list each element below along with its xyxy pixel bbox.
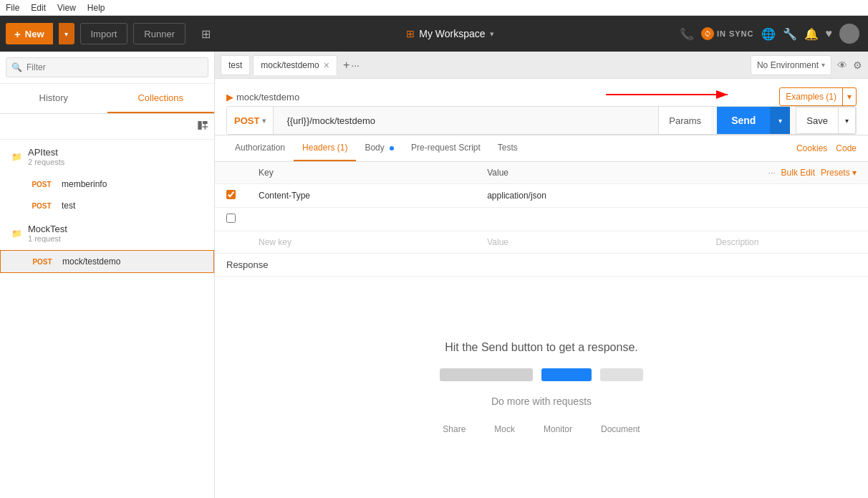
row1-key-cell[interactable]: Content-Type [247, 184, 476, 208]
empty-checkbox[interactable] [226, 214, 236, 223]
code-link[interactable]: Code [836, 143, 857, 153]
empty-key-cell [247, 208, 476, 231]
tab-history[interactable]: History [0, 84, 107, 113]
examples-dropdown-button[interactable]: ▾ [842, 88, 856, 105]
new-button[interactable]: + New [6, 23, 53, 44]
send-dropdown-button[interactable]: ▾ [770, 107, 790, 134]
cookies-link[interactable]: Cookies [796, 143, 827, 153]
environment-selector[interactable]: No Environment ▾ [751, 55, 831, 75]
svg-rect-0 [198, 121, 201, 130]
menu-edit[interactable]: Edit [31, 3, 46, 13]
illustration-bar-blue [541, 368, 592, 381]
heart-icon[interactable]: ♥ [826, 27, 833, 40]
illustration-bar-gray [440, 368, 533, 381]
collection-apitest-name: APItest [28, 147, 64, 158]
request-mock-testdemo[interactable]: POST mock/testdemo [0, 250, 214, 273]
request-memberinfo[interactable]: POST memberinfo [0, 173, 214, 195]
bell-icon[interactable]: 🔔 [804, 27, 819, 41]
col-check-header [215, 162, 247, 184]
row1-value-cell[interactable]: application/json [476, 184, 704, 208]
new-dropdown-button[interactable]: ▾ [59, 23, 74, 44]
wrench-icon[interactable]: 🔧 [783, 27, 797, 41]
row1-checkbox[interactable] [226, 190, 236, 199]
examples-label: Examples (1) [780, 92, 842, 102]
do-more-text: Do more with requests [491, 396, 592, 407]
tab-collections[interactable]: Collections [107, 84, 215, 113]
url-bar: POST ▾ Params Send ▾ Save ▾ [226, 106, 857, 135]
request-tab-mock-label: mock/testdemo [261, 60, 319, 70]
new-check-cell [215, 231, 247, 254]
response-illustration [440, 368, 643, 381]
request-mock-testdemo-name: mock/testdemo [62, 257, 120, 267]
save-button-group: Save ▾ [796, 107, 856, 134]
collection-mocktest-sub: 1 request [28, 234, 67, 243]
action-share[interactable]: Share [443, 424, 466, 434]
examples-button[interactable]: Examples (1) ▾ [779, 87, 857, 106]
new-key-cell[interactable]: New key [247, 231, 476, 254]
menu-file[interactable]: File [6, 3, 19, 13]
collection-apitest[interactable]: 📁 APItest 2 requests [0, 140, 214, 173]
eye-icon[interactable]: 👁 [837, 59, 847, 71]
save-button[interactable]: Save [796, 107, 839, 134]
avatar[interactable] [839, 24, 859, 44]
globe-icon[interactable]: 🌐 [761, 27, 776, 41]
action-mock[interactable]: Mock [494, 424, 515, 434]
new-value-cell[interactable]: Value [476, 231, 704, 254]
collection-mocktest[interactable]: 📁 MockTest 1 request [0, 216, 214, 250]
subtab-authorization[interactable]: Authorization [226, 135, 294, 161]
response-actions: Share Mock Monitor Document [443, 424, 640, 434]
row1-check-cell [215, 184, 247, 208]
breadcrumb: ▶ mock/testdemo [226, 92, 299, 102]
action-document[interactable]: Document [601, 424, 640, 434]
url-input[interactable] [279, 107, 652, 134]
tab-close-icon[interactable]: × [324, 59, 329, 71]
menu-view[interactable]: View [57, 3, 76, 13]
top-toolbar: + New ▾ Import Runner ⊞ ⊞ My Workspace ▾… [0, 16, 868, 52]
tab-plus-button[interactable]: + [343, 59, 349, 72]
sidebar-search-area: 🔍 [0, 52, 214, 84]
sidebar-toolbar [0, 114, 214, 140]
svg-rect-1 [203, 121, 208, 124]
new-collection-button[interactable] [197, 120, 208, 133]
presets-chevron-icon: ▾ [852, 168, 857, 178]
empty-desc-cell [704, 208, 868, 231]
action-monitor[interactable]: Monitor [544, 424, 572, 434]
subtab-pre-request[interactable]: Pre-request Script [402, 135, 489, 161]
request-test-name: test [62, 201, 75, 211]
method-selector[interactable]: POST ▾ [227, 107, 274, 134]
collection-apitest-sub: 2 requests [28, 158, 64, 166]
request-test[interactable]: POST test [0, 195, 214, 216]
empty-value-cell [476, 208, 704, 231]
request-tab-test[interactable]: test [221, 55, 250, 75]
menu-help[interactable]: Help [87, 3, 105, 13]
import-button[interactable]: Import [80, 23, 128, 44]
workspace-selector[interactable]: ⊞ My Workspace ▾ [406, 28, 493, 39]
gear-icon[interactable]: ⚙ [853, 59, 862, 71]
response-content: Hit the Send button to get a response. D… [215, 277, 868, 498]
workspace-label-text: My Workspace [419, 28, 485, 39]
runner-button[interactable]: Runner [133, 23, 185, 44]
editor-button[interactable]: ⊞ [191, 23, 221, 44]
subtab-headers[interactable]: Headers (1) [294, 135, 356, 161]
subtab-tests[interactable]: Tests [489, 135, 526, 161]
request-header-row: ▶ mock/testdemo Examples (1) ▾ [226, 87, 857, 106]
row1-desc-cell[interactable] [704, 184, 868, 208]
request-panel: ▶ mock/testdemo Examples (1) ▾ POST ▾ [215, 79, 868, 135]
bulk-edit-button[interactable]: Bulk Edit [781, 168, 815, 178]
sidebar: 🔍 History Collections 📁 APItest 2 reques… [0, 52, 215, 498]
presets-button[interactable]: Presets ▾ [821, 168, 857, 178]
headers-table: Key Value ··· Bulk Edit Presets ▾ [215, 162, 868, 254]
params-button[interactable]: Params [658, 107, 711, 134]
tab-more-button[interactable]: ··· [351, 59, 360, 71]
method-badge-memberinfo: POST [29, 181, 54, 188]
headers-count-badge: (1) [337, 143, 348, 153]
new-desc-cell[interactable]: Description [704, 231, 868, 254]
send-button[interactable]: Send [717, 107, 770, 134]
request-tab-mock-testdemo[interactable]: mock/testdemo × [253, 55, 337, 75]
save-dropdown-button[interactable]: ▾ [839, 107, 856, 134]
subtab-body[interactable]: Body [356, 135, 402, 161]
request-sub-tabs: Authorization Headers (1) Body Pre-reque… [215, 135, 868, 162]
column-more-icon[interactable]: ··· [768, 168, 776, 178]
phone-icon[interactable]: 📞 [680, 27, 694, 41]
filter-input[interactable] [6, 57, 208, 77]
